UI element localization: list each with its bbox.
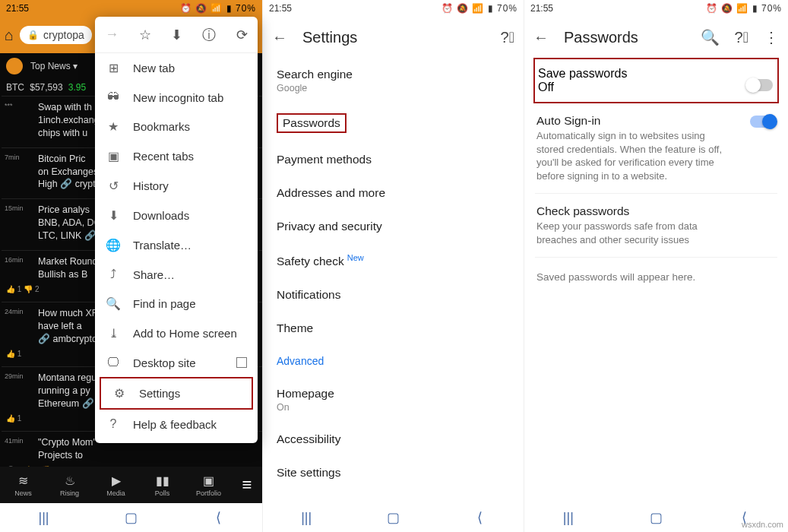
recents-key[interactable]: ||| [295, 510, 318, 526]
site-logo[interactable] [6, 58, 23, 74]
phone-1: 21:55 ⏰ 🔕 📶 ▮ 70% ⌂ 🔒 cryptopa Top News … [0, 0, 262, 532]
item-time: 24min [5, 307, 24, 316]
setting-label: Homepage [277, 387, 510, 401]
setting-privacy[interactable]: Privacy and security [263, 210, 524, 243]
setting-addresses[interactable]: Addresses and more [263, 176, 524, 210]
item-time: 29min [5, 372, 24, 381]
setting-label: Payment methods [277, 153, 372, 166]
setting-desc: Keep your passwords safe from data breac… [536, 220, 726, 246]
recents-key[interactable]: ||| [33, 510, 55, 526]
menu-label: Help & feedback [133, 418, 217, 431]
home-key[interactable]: ▢ [120, 509, 143, 526]
setting-homepage[interactable]: Homepage On [263, 377, 524, 423]
search-icon[interactable]: 🔍 [701, 28, 720, 46]
search-icon: 🔍 [106, 296, 121, 311]
plus-icon: ⊞ [106, 61, 121, 75]
setting-save-passwords[interactable]: Save passwords Off [538, 67, 774, 94]
home-key[interactable]: ▢ [644, 509, 667, 526]
play-icon: ▶ [93, 473, 139, 488]
setting-search-engine[interactable]: Search engine Google [263, 58, 524, 103]
home-key[interactable]: ▢ [381, 509, 404, 526]
setting-passwords[interactable]: Passwords [263, 103, 524, 143]
menu-bookmarks[interactable]: ★Bookmarks [95, 112, 258, 141]
incognito-icon: 🕶 [106, 90, 121, 104]
back-icon[interactable]: ← [533, 29, 549, 46]
url-pill[interactable]: 🔒 cryptopa [20, 26, 92, 44]
overflow-icon[interactable]: ⋮ [764, 28, 779, 46]
setting-label: Save passwords [538, 67, 774, 81]
setting-label: Notifications [277, 288, 340, 301]
watermark: wsxdn.com [742, 520, 783, 529]
menu-label: Recent tabs [133, 150, 194, 163]
back-icon[interactable]: ← [272, 29, 287, 46]
nav-rising[interactable]: ♨Rising [46, 473, 93, 497]
menu-incognito[interactable]: 🕶New incognito tab [95, 83, 258, 112]
toggle-off[interactable] [747, 79, 773, 91]
menu-new-tab[interactable]: ⊞New tab [95, 53, 258, 83]
menu-translate[interactable]: 🌐Translate… [95, 230, 258, 260]
nav-portfolio[interactable]: ▣Portfolio [185, 473, 232, 497]
menu-label: Find in page [133, 297, 196, 310]
hamburger-icon[interactable]: ≡ [232, 475, 262, 495]
item-time: 7min [5, 153, 20, 162]
status-icons: ⏰ 🔕 📶 ▮ 70% [706, 3, 782, 14]
toggle-on[interactable] [750, 116, 776, 128]
add-home-icon: ⤓ [106, 326, 121, 340]
setting-label: Safety check [277, 255, 344, 268]
back-key[interactable]: ⟨ [207, 509, 230, 526]
help-icon[interactable]: ?⃝ [735, 29, 748, 46]
menu-share[interactable]: ⤴Share… [95, 260, 258, 289]
setting-check-passwords[interactable]: Check passwords Keep your passwords safe… [535, 194, 777, 258]
nav-media[interactable]: ▶Media [93, 473, 139, 497]
menu-help[interactable]: ?Help & feedback [95, 410, 258, 439]
nav-polls[interactable]: ▮▮Polls [139, 473, 185, 497]
menu-label: History [133, 179, 169, 192]
setting-auto-signin[interactable]: Auto Sign-in Automatically sign in to we… [535, 103, 777, 194]
status-icons: ⏰ 🔕 📶 ▮ 70% [180, 3, 256, 14]
url-text: cryptopa [43, 29, 84, 41]
soft-keys: ||| ▢ ⟨ [0, 503, 262, 532]
setting-notifications[interactable]: Notifications [263, 278, 524, 312]
gear-icon: ⚙ [112, 386, 127, 401]
help-icon[interactable]: ?⃝ [501, 29, 514, 46]
nav-label: Media [106, 489, 125, 497]
setting-theme[interactable]: Theme [263, 312, 524, 345]
item-time: 16min [5, 255, 24, 264]
tabs-icon: ▣ [106, 149, 121, 163]
menu-history[interactable]: ↺History [95, 171, 258, 201]
menu-label: Desktop site [133, 356, 196, 369]
star-icon[interactable]: ☆ [139, 27, 151, 43]
nav-label: News [14, 489, 32, 497]
item-time: *** [5, 101, 13, 110]
topnews-dropdown[interactable]: Top News ▾ [30, 61, 78, 71]
setting-site-settings[interactable]: Site settings [263, 456, 524, 489]
menu-add-home[interactable]: ⤓Add to Home screen [95, 318, 258, 348]
setting-value: Google [277, 83, 510, 93]
menu-find[interactable]: 🔍Find in page [95, 289, 258, 318]
setting-safety-check[interactable]: Safety checkNew [263, 243, 524, 278]
history-icon: ↺ [106, 179, 121, 193]
translate-icon: 🌐 [106, 238, 121, 252]
recents-key[interactable]: ||| [557, 510, 580, 526]
download-icon[interactable]: ⬇ [171, 27, 182, 43]
item-time: 15min [5, 204, 24, 213]
rss-icon: ≋ [0, 473, 46, 488]
menu-label: Downloads [133, 209, 189, 222]
nav-news[interactable]: ≋News [0, 473, 46, 497]
setting-accessibility[interactable]: Accessibility [263, 423, 524, 456]
menu-desktop-site[interactable]: 🖵Desktop site [95, 348, 258, 377]
back-key[interactable]: ⟨ [469, 509, 492, 526]
menu-label: Translate… [133, 239, 191, 252]
menu-settings[interactable]: ⚙Settings [101, 378, 252, 408]
item-time: 41min [5, 436, 24, 445]
setting-payment[interactable]: Payment methods [263, 143, 524, 176]
menu-downloads[interactable]: ⬇Downloads [95, 201, 258, 230]
empty-hint: Saved passwords will appear here. [535, 258, 777, 296]
home-icon[interactable]: ⌂ [5, 27, 14, 44]
menu-recent-tabs[interactable]: ▣Recent tabs [95, 141, 258, 171]
forward-icon[interactable]: → [105, 27, 119, 43]
chart-icon: ▮▮ [139, 473, 185, 488]
info-icon[interactable]: ⓘ [202, 26, 216, 44]
refresh-icon[interactable]: ⟳ [236, 27, 248, 43]
checkbox-icon[interactable] [236, 357, 247, 368]
